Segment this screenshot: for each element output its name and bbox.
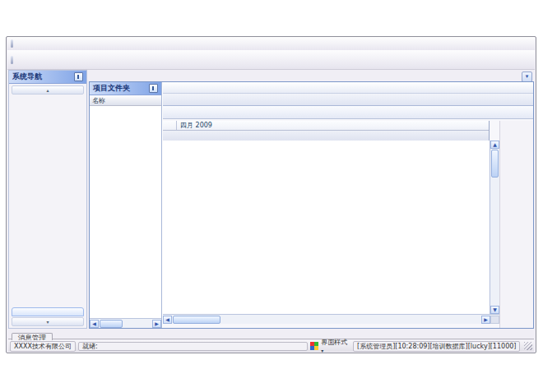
gantt-panel: 四月 2009 ▲ ▼ ◀ ▶ [163, 82, 533, 328]
month-label: 四月 2009 [180, 121, 212, 130]
scroll-thumb[interactable] [491, 150, 499, 178]
project-folder-panel: 项目文件夹 名称 ◀ ▶ [90, 82, 162, 328]
gantt-chart[interactable] [163, 141, 489, 314]
company-label: XXXX技术有限公司 [10, 341, 76, 352]
gantt-vscrollbar[interactable]: ▲ ▼ [490, 141, 499, 314]
main-area: ▾ 项目文件夹 名称 ◀ ▶ [89, 70, 534, 329]
pin-icon[interactable] [149, 84, 158, 93]
scroll-thumb[interactable] [100, 320, 123, 328]
status-bar: XXXX技术有限公司 就绪: 界面样式 ▾ [系统管理员][10:28:09][… [8, 340, 534, 352]
sidebar-more-button[interactable]: ▾ [12, 317, 84, 326]
message-tab-row: 消息管理 [8, 328, 534, 339]
chevron-down-icon: ▾ [321, 348, 323, 353]
tree-panel-header: 项目文件夹 [90, 82, 161, 95]
scroll-down-icon[interactable]: ▼ [490, 306, 499, 314]
gantt-day-row [163, 131, 489, 141]
tree-hscrollbar[interactable]: ◀ ▶ [90, 318, 161, 328]
menu-bar [7, 37, 535, 51]
sidebar-collapsed-section[interactable] [12, 307, 84, 316]
scroll-left-icon[interactable]: ◀ [90, 320, 99, 328]
sidebar-header: 系统导航 [9, 71, 86, 84]
pin-icon[interactable] [74, 72, 83, 81]
scroll-thumb[interactable] [173, 316, 220, 324]
gantt-month-row: 四月 2009 [163, 121, 489, 131]
filter-tab-strip [163, 82, 533, 94]
window-body: 系统导航 ▴ ▾ ▾ 项目文件夹 [8, 70, 534, 329]
ready-status: 就绪: [78, 342, 308, 351]
document-tab-strip [89, 70, 534, 81]
sidebar-title: 系统导航 [12, 71, 42, 82]
interface-style-button[interactable]: 界面样式 ▾ [321, 338, 350, 354]
detail-tab-strip [163, 94, 533, 106]
style-palette-icon[interactable] [310, 342, 318, 350]
app-window: 系统导航 ▴ ▾ ▾ 项目文件夹 [6, 36, 536, 353]
gantt-toolbar [163, 106, 533, 119]
scroll-up-icon[interactable]: ▲ [490, 141, 499, 149]
session-info: [系统管理员][10:28:09][培训数据库][lucky][11000] [353, 341, 520, 352]
screenshot-root: 系统导航 ▴ ▾ ▾ 项目文件夹 [0, 0, 543, 392]
resize-grip[interactable] [524, 342, 532, 350]
timescale-lead-cell [163, 121, 177, 130]
toolbar-grip [11, 39, 13, 48]
gantt-timescale-header: 四月 2009 [163, 121, 490, 141]
main-toolbar [7, 50, 535, 70]
tree-column-header: 名称 [90, 95, 161, 106]
gantt-hscrollbar[interactable]: ◀ ▶ [163, 314, 499, 324]
scroll-left-icon[interactable]: ◀ [163, 316, 172, 324]
toolbar-grip [11, 56, 13, 64]
sidebar-bottom: ▾ [9, 306, 86, 328]
nav-sidebar: 系统导航 ▴ ▾ [8, 70, 87, 329]
scrollbar-corner [490, 316, 499, 324]
project-library-page: 项目文件夹 名称 ◀ ▶ [89, 81, 534, 329]
gantt-empty-margin [499, 121, 533, 328]
scroll-right-icon[interactable]: ▶ [152, 320, 161, 328]
scroll-right-icon[interactable]: ▶ [481, 316, 490, 324]
tree-panel-title: 项目文件夹 [93, 83, 130, 94]
sidebar-collapse-button[interactable]: ▴ [12, 85, 84, 95]
